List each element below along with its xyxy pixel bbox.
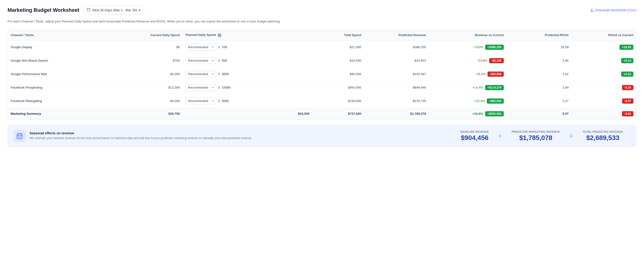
plus-operator: + <box>496 132 504 140</box>
dollar-sign: $ <box>218 59 220 62</box>
footer-panel: Seasonal effects on revenue We estimate … <box>8 125 636 147</box>
revenue-vs-current: -23.8% -$9,156 <box>429 54 506 67</box>
footer-icon-container <box>14 130 26 142</box>
footer-stats: BASELINE REVENUE $904,456 + PREDICTED MA… <box>453 130 630 142</box>
predicted-marketing-value: $1,785,078 <box>512 134 560 142</box>
summary-predicted-roas: 5.07 <box>506 108 571 120</box>
footer-text-block: Seasonal effects on revenue We estimate … <box>30 131 449 140</box>
dollar-sign: $ <box>218 99 220 103</box>
footer-description: We estimate your baseline revenue for th… <box>30 136 449 140</box>
col-roas-vs-current: ROAS vs Current <box>572 30 636 40</box>
col-total-spend: Total Spend <box>312 30 364 40</box>
channel-name: Google Non-Brand Search <box>8 54 118 67</box>
download-icon <box>590 8 594 12</box>
summary-channel: Marketing Summary <box>8 108 118 120</box>
total-spend: $16,500 <box>312 54 364 67</box>
table-row: Google Performance Max $4,000 Recommende… <box>8 67 636 81</box>
date-range-picker[interactable]: Next 30 Days (Mar 1 - Mar 30) ▾ <box>83 6 144 14</box>
baseline-revenue-value: $904,456 <box>460 134 489 142</box>
roas-vs-current: +0.14 <box>572 54 636 67</box>
chevron-icon: ▾ <box>212 59 214 62</box>
roas-badge: +0.14 <box>621 58 634 63</box>
table-row: Google Non-Brand Search $750 Recommended… <box>8 54 636 67</box>
planned-type-dropdown[interactable]: Recommended ▾ <box>186 57 216 64</box>
planned-daily-info-icon[interactable]: ? <box>218 33 222 37</box>
predicted-revenue: $33,953 <box>364 54 429 67</box>
revenue-vs-current: +200% +$386,255 <box>429 40 506 54</box>
channel-name: Google Performance Max <box>8 67 118 81</box>
predicted-roas: 1.89 <box>506 81 571 94</box>
planned-type-dropdown[interactable]: Recommended ▾ <box>186 98 216 104</box>
roas-badge: -0.15 <box>622 85 634 90</box>
planned-amount-input[interactable] <box>222 45 236 49</box>
budget-table-container: Channel / Tactic Current Daily Spend Pla… <box>8 30 636 120</box>
download-label: Download Worksheet (CSV) <box>595 8 636 12</box>
current-daily-spend: $4,000 <box>118 94 183 108</box>
planned-type-label: Recommended <box>188 72 208 76</box>
predicted-revenue: $370,735 <box>364 94 429 108</box>
col-planned-daily: Planned Daily Spend ? <box>183 30 312 40</box>
predicted-marketing-revenue-stat: PREDICTED MARKETING REVENUE $1,785,078 <box>504 130 567 142</box>
summary-revenue-pct: +34.6% <box>472 112 483 116</box>
roas-vs-current: -0.07 <box>572 94 636 108</box>
planned-daily-cell: Recommended ▾ $ <box>183 67 312 81</box>
predicted-revenue: $386,255 <box>364 40 429 54</box>
planned-amount-input[interactable] <box>222 99 236 103</box>
revenue-pct: +14.4% <box>472 86 483 89</box>
planned-type-dropdown[interactable]: Recommended ▾ <box>186 84 216 91</box>
planned-amount-input[interactable] <box>222 86 236 89</box>
predicted-revenue: $848,649 <box>364 81 429 94</box>
planned-type-dropdown[interactable]: Recommended ▾ <box>186 44 216 50</box>
current-daily-spend: $0 <box>118 40 183 54</box>
predicted-roas: 18.39 <box>506 40 571 54</box>
predicted-roas: 2.47 <box>506 94 571 108</box>
summary-revenue-badge: +$526,002 <box>485 111 504 116</box>
table-row: Facebook Retargeting $4,000 Recommended … <box>8 94 636 108</box>
roas-badge: +18.39 <box>620 44 634 50</box>
total-spend: $21,000 <box>312 40 364 54</box>
roas-badge: +0.15 <box>621 72 634 77</box>
page-header: Marketing Budget Worksheet Next 30 Days … <box>8 6 636 14</box>
total-predicted-label: TOTAL PREDICTED REVENUE <box>582 130 623 133</box>
equals-operator: = <box>568 132 575 140</box>
channel-name: Facebook Retargeting <box>8 94 118 108</box>
summary-total-spend: $727,500 <box>312 108 364 120</box>
budget-table: Channel / Tactic Current Daily Spend Pla… <box>8 30 636 120</box>
table-header-row: Channel / Tactic Current Daily Spend Pla… <box>8 30 636 40</box>
revenue-badge: +$386,255 <box>485 44 504 50</box>
predicted-roas: 1.62 <box>506 67 571 81</box>
planned-type-dropdown[interactable]: Recommended ▾ <box>186 71 216 78</box>
planned-daily-cell: Recommended ▾ $ <box>183 40 312 54</box>
summary-row: Marketing Summary $20,750 $24,250 $727,5… <box>8 108 636 120</box>
chevron-down-icon: ▾ <box>139 8 140 12</box>
roas-vs-current: +18.39 <box>572 40 636 54</box>
page-description: For each Channel / Tactic, adjust your P… <box>8 19 636 24</box>
channel-name: Facebook Prospecting <box>8 81 118 94</box>
planned-type-label: Recommended <box>188 59 208 62</box>
summary-roas-badge: -0.01 <box>622 111 634 116</box>
total-spend: $150,000 <box>312 94 364 108</box>
summary-current-daily: $20,750 <box>118 108 183 120</box>
col-predicted-revenue: Predicted Revenue <box>364 30 429 40</box>
table-row: Facebook Prospecting $12,000 Recommended… <box>8 81 636 94</box>
planned-amount-input[interactable] <box>222 72 236 76</box>
revenue-vs-current: +19.4% +$65,582 <box>429 94 506 108</box>
roas-vs-current: -0.15 <box>572 81 636 94</box>
total-predicted-revenue-stat: TOTAL PREDICTED REVENUE $2,689,533 <box>575 130 630 142</box>
dollar-sign: $ <box>218 45 220 49</box>
calendar-icon <box>87 8 90 12</box>
predicted-revenue: $145,487 <box>364 67 429 81</box>
col-predicted-roas: Predicted ROAS <box>506 30 571 40</box>
predicted-marketing-label: PREDICTED MARKETING REVENUE <box>512 130 560 133</box>
download-csv-link[interactable]: Download Worksheet (CSV) <box>590 8 636 12</box>
planned-daily-cell: Recommended ▾ $ <box>183 54 312 67</box>
col-revenue-vs-current: Revenue vs Current <box>429 30 506 40</box>
planned-amount-input[interactable] <box>222 59 236 62</box>
revenue-vs-current: -19.2% -$30,958 <box>429 67 506 81</box>
calendar-seasonal-icon <box>16 133 23 139</box>
revenue-pct: -23.8% <box>477 59 487 62</box>
date-range-label: Next 30 Days (Mar 1 - Mar 30) <box>92 8 137 12</box>
chevron-icon: ▾ <box>212 72 214 76</box>
current-daily-spend: $750 <box>118 54 183 67</box>
col-current-daily: Current Daily Spend <box>118 30 183 40</box>
